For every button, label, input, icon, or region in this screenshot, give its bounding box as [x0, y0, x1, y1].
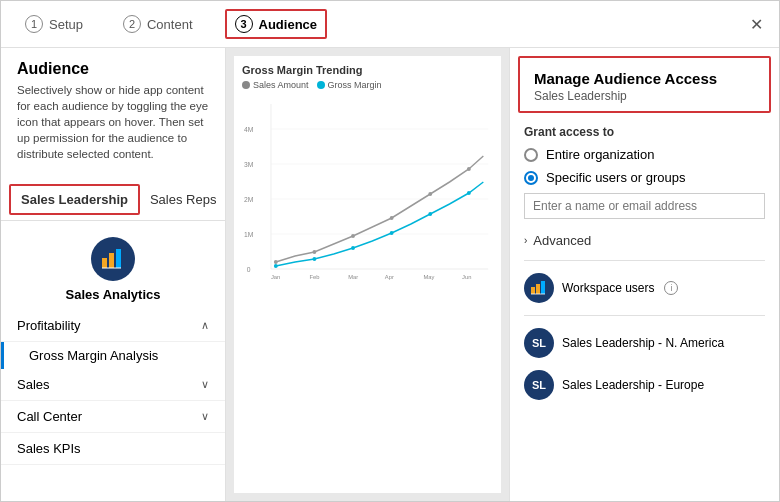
search-users-input[interactable]	[524, 193, 765, 219]
nav-item-sales[interactable]: Sales ∨	[1, 369, 225, 401]
svg-rect-1	[109, 253, 114, 268]
workspace-label: Workspace users	[562, 281, 654, 295]
user-avatar-na: SL	[524, 328, 554, 358]
svg-point-23	[351, 246, 355, 250]
svg-point-25	[428, 212, 432, 216]
legend-item-sales: Sales Amount	[242, 80, 309, 90]
svg-point-17	[351, 234, 355, 238]
step-audience[interactable]: 3 Audience	[225, 9, 328, 39]
advanced-row[interactable]: › Advanced	[524, 227, 765, 254]
nav-item-profitability[interactable]: Profitability ∧	[1, 310, 225, 342]
svg-text:Mar: Mar	[348, 274, 358, 280]
nav-sales-kpis-label: Sales KPIs	[17, 441, 81, 456]
svg-point-24	[390, 231, 394, 235]
svg-point-16	[312, 250, 316, 254]
svg-point-19	[428, 192, 432, 196]
chevron-up-icon: ∧	[201, 319, 209, 332]
chart-legend: Sales Amount Gross Margin	[242, 80, 493, 90]
svg-text:1M: 1M	[244, 231, 254, 238]
svg-point-22	[312, 257, 316, 261]
nav-item-call-center[interactable]: Call Center ∨	[1, 401, 225, 433]
user-row-eu: SL Sales Leadership - Europe	[524, 364, 765, 406]
svg-point-26	[467, 191, 471, 195]
right-panel: › Manage Audience Access Sales Leadershi…	[509, 48, 779, 501]
app-name: Sales Analytics	[66, 287, 161, 302]
nav-gross-margin-label: Gross Margin Analysis	[29, 348, 158, 363]
chart-svg: 0 1M 2M 3M 4M	[242, 94, 493, 294]
info-icon[interactable]: i	[664, 281, 678, 295]
chart-title: Gross Margin Trending	[242, 64, 493, 76]
radio-org-label: Entire organization	[546, 147, 654, 162]
manage-title: Manage Audience Access	[534, 70, 755, 87]
svg-text:Apr: Apr	[385, 274, 394, 280]
chart-area: 0 1M 2M 3M 4M	[242, 94, 493, 294]
tab-sales-reps[interactable]: Sales Reps	[140, 186, 226, 213]
modal-body: Audience Selectively show or hide app co…	[1, 48, 779, 501]
workspace-icon	[524, 273, 554, 303]
svg-text:May: May	[423, 274, 434, 280]
nav-item-sales-kpis[interactable]: Sales KPIs	[1, 433, 225, 465]
svg-text:4M: 4M	[244, 126, 254, 133]
svg-point-15	[274, 260, 278, 264]
divider-2	[524, 315, 765, 316]
step-audience-label: Audience	[259, 17, 318, 32]
tab-sales-leadership[interactable]: Sales Leadership	[9, 184, 140, 215]
step-content[interactable]: 2 Content	[115, 9, 201, 39]
svg-text:Feb: Feb	[310, 274, 321, 280]
svg-rect-35	[541, 281, 545, 294]
steps-container: 1 Setup 2 Content 3 Audience	[17, 9, 750, 39]
step-setup-num: 1	[25, 15, 43, 33]
legend-dot-sales	[242, 81, 250, 89]
svg-rect-33	[531, 287, 535, 294]
user-avatar-eu: SL	[524, 370, 554, 400]
legend-label-margin: Gross Margin	[328, 80, 382, 90]
nav-call-center-label: Call Center	[17, 409, 82, 424]
audience-tabs: Sales Leadership Sales Reps + New Audien…	[1, 178, 225, 221]
close-button[interactable]: ✕	[750, 15, 763, 34]
modal-container: 1 Setup 2 Content 3 Audience ✕ Audience …	[0, 0, 780, 502]
nav-profitability-label: Profitability	[17, 318, 81, 333]
svg-text:3M: 3M	[244, 161, 254, 168]
svg-rect-2	[116, 249, 121, 268]
step-content-num: 2	[123, 15, 141, 33]
workspace-chart-icon	[530, 279, 548, 297]
nav-sales-label: Sales	[17, 377, 50, 392]
audience-description: Selectively show or hide app content for…	[17, 82, 209, 162]
chevron-down-icon-2: ∨	[201, 410, 209, 423]
radio-circle-specific	[524, 171, 538, 185]
nav-item-gross-margin[interactable]: Gross Margin Analysis	[1, 342, 225, 369]
svg-point-18	[390, 216, 394, 220]
radio-specific-label: Specific users or groups	[546, 170, 685, 185]
svg-point-20	[467, 167, 471, 171]
bar-chart-icon	[100, 246, 126, 272]
legend-label-sales: Sales Amount	[253, 80, 309, 90]
user-name-na: Sales Leadership - N. America	[562, 336, 724, 350]
svg-rect-0	[102, 258, 107, 268]
left-panel: Audience Selectively show or hide app co…	[1, 48, 226, 501]
radio-specific-users[interactable]: Specific users or groups	[524, 170, 765, 185]
step-audience-num: 3	[235, 15, 253, 33]
svg-text:0: 0	[247, 266, 251, 273]
app-icon-area: Sales Analytics	[1, 221, 225, 310]
svg-text:Jun: Jun	[462, 274, 471, 280]
radio-circle-org	[524, 148, 538, 162]
user-name-eu: Sales Leadership - Europe	[562, 378, 704, 392]
preview-content: Gross Margin Trending Sales Amount Gross…	[234, 56, 501, 493]
legend-item-margin: Gross Margin	[317, 80, 382, 90]
step-setup-label: Setup	[49, 17, 83, 32]
modal-header: 1 Setup 2 Content 3 Audience ✕	[1, 1, 779, 48]
audience-section-title: Audience	[17, 60, 209, 78]
radio-entire-org[interactable]: Entire organization	[524, 147, 765, 162]
svg-rect-34	[536, 284, 540, 294]
svg-text:Jan: Jan	[271, 274, 280, 280]
user-row-na: SL Sales Leadership - N. America	[524, 322, 765, 364]
preview-area: Gross Margin Trending Sales Amount Gross…	[226, 48, 509, 501]
app-icon	[91, 237, 135, 281]
legend-dot-margin	[317, 81, 325, 89]
middle-panel: Gross Margin Trending Sales Amount Gross…	[226, 48, 509, 501]
grant-access-label: Grant access to	[524, 125, 765, 139]
chevron-down-icon: ∨	[201, 378, 209, 391]
divider	[524, 260, 765, 261]
chevron-right-icon: ›	[524, 235, 527, 246]
step-setup[interactable]: 1 Setup	[17, 9, 91, 39]
